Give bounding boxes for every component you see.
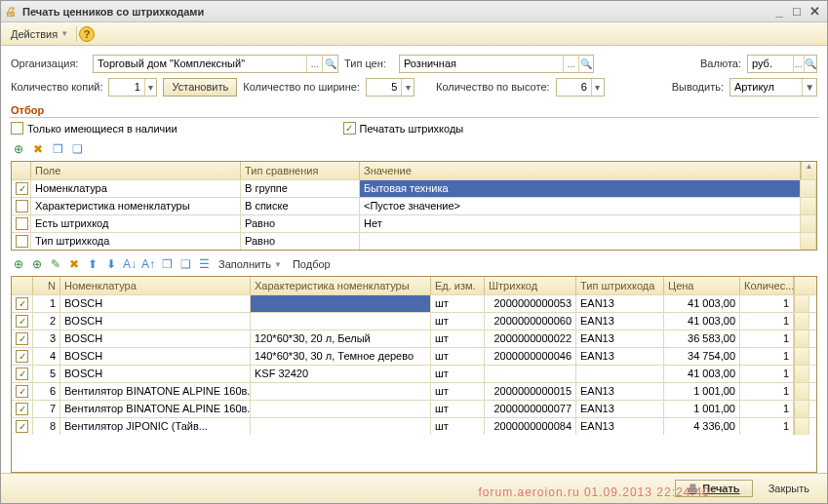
col-ed[interactable]: Ед. изм. [431,277,485,294]
col-nom[interactable]: Номенклатура [60,277,251,294]
currency-lookup-icon[interactable]: ... [793,56,804,72]
item-row[interactable]: ✓ 2 BOSCH шт 2000000000060 EAN13 41 003,… [12,312,816,330]
col-qty[interactable]: Количес... [740,277,794,294]
select-button[interactable]: Подбор [289,256,335,272]
copies-field[interactable]: ▾ [108,78,157,97]
grid2-insert-icon[interactable]: ⊕ [29,256,45,272]
item-row[interactable]: ✓ 4 BOSCH 140*60*30, 30 л, Темное дерево… [12,347,816,365]
pricetype-search-icon[interactable]: 🔍 [578,56,593,72]
item-row[interactable]: ✓ 1 BOSCH шт 2000000000053 EAN13 41 003,… [12,294,816,312]
height-spinner-icon[interactable]: ▾ [591,79,604,96]
filter-col-val[interactable]: Значение [360,162,801,179]
grid2-paste-icon[interactable]: ❏ [177,256,193,272]
add-filter-icon[interactable]: ⊕ [11,141,26,157]
actions-menu[interactable]: Действия▼ [5,26,74,42]
only-stock-checkbox[interactable]: Только имеющиеся в наличии [11,122,177,135]
col-bar[interactable]: Штрихкод [485,277,576,294]
width-field[interactable]: ▾ [366,78,414,97]
item-row[interactable]: ✓ 8 Вентилятор JIPONIC (Тайв... шт 20000… [12,417,816,435]
filter-col-cmp[interactable]: Тип сравнения [241,162,360,179]
col-n[interactable]: N [33,277,60,294]
item-row[interactable]: ✓ 5 BOSCH KSF 32420 шт 41 003,00 1 [12,365,816,382]
org-search-icon[interactable]: 🔍 [322,56,337,72]
close-link[interactable]: Закрыть [761,481,817,496]
delete-filter-icon[interactable]: ✖ [30,141,46,157]
item-row[interactable]: ✓ 7 Вентилятор BINATONE ALPINE 160в... ш… [12,400,816,417]
filter-row[interactable]: Характеристика номенклатуры В списке <Пу… [12,197,816,214]
print-barcodes-checkbox[interactable]: ✓Печатать штрихкоды [343,122,464,135]
currency-search-icon[interactable]: 🔍 [804,56,816,72]
filter-section-title: Отбор [1,100,827,116]
width-spinner-icon[interactable]: ▾ [401,79,414,96]
copies-spinner-icon[interactable]: ▾ [144,79,157,96]
window-title: Печать ценников со штрихкодами [22,6,204,18]
copies-label: Количество копий: [11,81,102,93]
grid2-delete-icon[interactable]: ✖ [66,256,82,272]
grid2-sort-desc-icon[interactable]: A↑ [140,256,156,272]
output-field[interactable]: ▼ [729,78,817,97]
pricetype-field[interactable]: ...🔍 [399,55,594,73]
filter-row[interactable]: Тип штрихкода Равно [12,232,816,250]
col-check[interactable] [12,277,33,294]
close-button[interactable]: ✕ [806,4,823,19]
grid2-moveup-icon[interactable]: ⬆ [85,256,100,272]
app-icon: 🖨 [5,5,19,19]
col-char[interactable]: Характеристика номенклатуры [251,277,431,294]
filter-scroll[interactable]: ▲ [801,162,816,179]
col-price[interactable]: Цена [664,277,740,294]
output-label: Выводить: [672,81,724,93]
filter-row[interactable]: ✓ Номенклатура В группе Бытовая техника [12,179,816,197]
watermark: forum.aeroion.ru 01.09.2013 22:24:40 [479,485,710,499]
grid2-movedown-icon[interactable]: ⬇ [103,256,119,272]
paste-filter-icon[interactable]: ❏ [69,141,85,157]
grid2-edit-icon[interactable]: ✎ [48,256,63,272]
filter-grid[interactable]: Поле Тип сравнения Значение ▲ ✓ Номенкла… [11,161,817,251]
item-row[interactable]: ✓ 3 BOSCH 120*60*30, 20 л, Белый шт 2000… [12,330,816,347]
grid2-add-icon[interactable]: ⊕ [11,256,26,272]
pricetype-lookup-icon[interactable]: ... [563,56,577,72]
currency-label: Валюта: [700,58,741,69]
filter-col-field[interactable]: Поле [31,162,241,179]
currency-field[interactable]: ...🔍 [747,55,817,73]
items-grid[interactable]: N Номенклатура Характеристика номенклату… [11,276,817,473]
org-field[interactable]: ...🔍 [93,55,338,73]
copy-filter-icon[interactable]: ❐ [50,141,65,157]
item-row[interactable]: ✓ 6 Вентилятор BINATONE ALPINE 160в... ш… [12,382,816,400]
org-label: Организация: [11,58,87,69]
height-field[interactable]: ▾ [556,78,605,97]
filter-row[interactable]: Есть штрихкод Равно Нет [12,214,816,232]
set-button[interactable]: Установить [163,78,237,97]
grid2-sort-asc-icon[interactable]: A↓ [122,256,138,272]
help-button[interactable]: ? [79,26,95,42]
pricetype-label: Тип цен: [344,58,393,69]
org-lookup-icon[interactable]: ... [306,56,322,72]
fill-button[interactable]: Заполнить▼ [215,256,286,272]
output-dropdown-icon[interactable]: ▼ [802,79,816,96]
minimize-button[interactable]: _ [770,4,788,19]
title-bar: 🖨 Печать ценников со штрихкодами _ □ ✕ [1,1,827,22]
filter-col-check[interactable] [12,162,31,179]
height-label: Количество по высоте: [436,81,550,93]
grid2-copy-icon[interactable]: ❐ [159,256,175,272]
col-typ[interactable]: Тип штрихкода [576,277,664,294]
grid2-scroll[interactable] [794,277,809,294]
width-label: Количество по ширине: [243,81,360,93]
maximize-button[interactable]: □ [788,4,806,19]
main-toolbar: Действия▼ ? [1,22,827,46]
grid2-list-icon[interactable]: ☰ [196,256,212,272]
